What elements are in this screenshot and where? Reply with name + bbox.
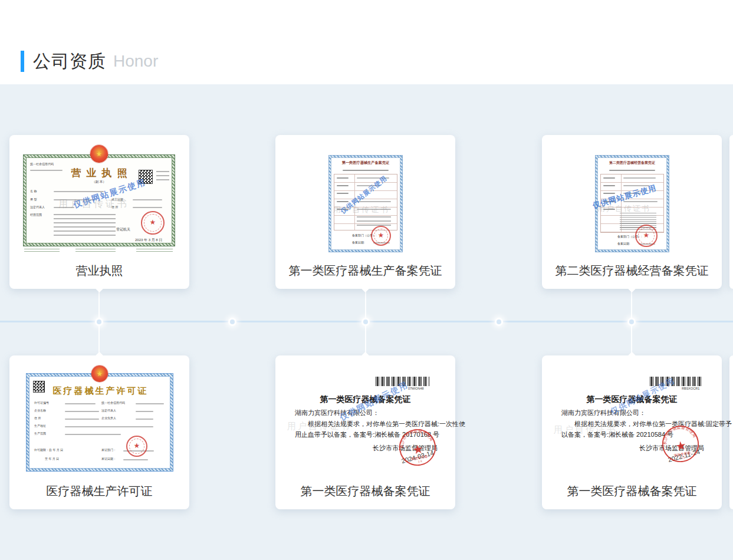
text-paragraph-placeholder (54, 214, 116, 238)
field-label: 许可证编号 (34, 401, 49, 404)
certificate-card-class1-filing-1[interactable]: 07MION48 第一类医疗器械备案凭证 湖南力宾医疗科技有限公司： 根据相关法… (275, 355, 455, 509)
field-label: 法定代表人 (30, 206, 45, 209)
official-seal (635, 225, 658, 247)
text-line-placeholder (623, 201, 658, 202)
timeline-node (495, 318, 503, 326)
upload-watermark: 用户自传证书 (58, 199, 129, 209)
filing-certificate-image: 第二类医疗器械经营备案凭证 仅供网站展示使用 用户自传证书 备案部门（公章）: … (595, 155, 669, 252)
field-label: 生产范围 (34, 432, 46, 435)
page-subtitle: Honor (113, 52, 158, 71)
filing-notice-image: RBSXOCR1 第一类医疗器械备案凭证 湖南力宾医疗科技有限公司： 根据相关法… (551, 372, 713, 478)
text-line-placeholder (603, 177, 615, 179)
official-seal (371, 226, 391, 246)
field-label: 生产地址 (34, 424, 46, 427)
text-line-placeholder (133, 207, 162, 208)
footnote-placeholder (24, 249, 60, 253)
filing-date-label: 备案日期: (352, 241, 364, 244)
card-caption: 营业执照 (9, 263, 189, 279)
footnote-placeholder (136, 249, 173, 253)
text-line-placeholder (337, 201, 349, 202)
timeline-node (361, 318, 370, 326)
field-label: 住 所 (34, 417, 41, 420)
text-line-placeholder (136, 419, 153, 420)
company-name: 湖南力宾医疗科技有限公司： (561, 409, 646, 417)
upload-watermark: 用户自传证书 (597, 205, 650, 212)
barcode-text: RBSXOCR1 (682, 387, 699, 391)
term-label: 许可期限：自 年 月 日 (34, 449, 63, 452)
certificate-card-class1-filing-2[interactable]: RBSXOCR1 第一类医疗器械备案凭证 湖南力宾医疗科技有限公司： 根据相关法… (542, 355, 722, 509)
qr-code (33, 381, 45, 393)
filing-date-label: 备案日期: (617, 242, 630, 245)
certificate-card-class2-operation-filing[interactable]: 第二类医疗器械经营备案凭证 仅供网站展示使用 用户自传证书 备案部门（公章）: … (542, 135, 722, 289)
timeline-node (627, 318, 636, 326)
upload-watermark: 用户自传证书 (554, 425, 617, 434)
field-label: 经营范围 (30, 213, 42, 216)
next-card-peek[interactable] (729, 135, 733, 289)
svg-text:1-3: 1-3 (418, 460, 423, 463)
card-caption: 医疗器械生产许可证 (9, 483, 189, 499)
text-line-placeholder (30, 170, 63, 171)
text-paragraph-placeholder (357, 216, 391, 227)
card-caption: 第一类医疗器械生产备案凭证 (275, 263, 455, 279)
company-honor-page: 公司资质 Honor ★ 统一社会信用代码 营业执照 （副 本） 名 称 类 型… (0, 0, 733, 560)
card-caption: 第一类医疗器械备案凭证 (542, 483, 722, 499)
card-caption: 第二类医疗器械经营备案凭证 (542, 263, 722, 279)
section-header: 公司资质 Honor (21, 50, 158, 73)
text-line-placeholder (65, 411, 99, 412)
text-line-placeholder (65, 419, 99, 420)
field-label: 统一社会信用代码 (101, 401, 125, 404)
text-line-placeholder (603, 185, 615, 186)
svg-text:1-3: 1-3 (681, 456, 686, 460)
credit-code-label: 统一社会信用代码 (30, 163, 54, 166)
term-label: 至 年 月 日 (45, 457, 59, 460)
barcode-text: 07MION48 (408, 387, 424, 391)
certificate-card-production-license[interactable]: ★ 医疗器械生产许可证 许可证编号 统一社会信用代码 企业名称 法定代表人 住 … (9, 355, 189, 509)
certificate-card-business-license[interactable]: ★ 统一社会信用代码 营业执照 （副 本） 名 称 类 型 法定代表人 经营范围… (9, 135, 189, 289)
text-line-placeholder (357, 201, 391, 202)
field-label: 企业负责人 (101, 417, 116, 420)
official-seal: 长沙市市场监督管理局 审批专用章 1-3 (396, 426, 439, 469)
text-line-placeholder (136, 411, 153, 412)
field-label: 类 型 (30, 198, 37, 201)
timeline-node (228, 318, 236, 326)
production-license-image: ★ 医疗器械生产许可证 许可证编号 统一社会信用代码 企业名称 法定代表人 住 … (26, 373, 173, 472)
certificate-card-class1-production-filing[interactable]: 第一类医疗器械生产备案凭证 仅供网站展示使用 用户自传证书 备案部门（公章）: … (275, 135, 455, 289)
text-line-placeholder (65, 426, 153, 427)
license-title: 营业执照 (66, 166, 133, 180)
issue-date: 2023 年 3 月 8 日 (135, 238, 162, 242)
license-subtitle: （副 本） (92, 180, 106, 184)
business-license-image: ★ 统一社会信用代码 营业执照 （副 本） 名 称 类 型 法定代表人 经营范围… (23, 154, 175, 246)
text-line-placeholder (337, 193, 349, 194)
text-line-placeholder (623, 177, 656, 179)
official-seal: 长沙市市场监督管理局 审批专用章 1-3 (659, 422, 702, 466)
issuer-label: 发证部门： (101, 449, 116, 452)
registrar-label: 登记机关 (116, 228, 130, 231)
text-line-placeholder (65, 403, 96, 404)
national-emblem-icon: ★ (91, 365, 108, 382)
field-label: 名 称 (30, 190, 37, 193)
text-line-placeholder (337, 185, 349, 186)
text-line-placeholder (603, 193, 615, 194)
certificate-title: 第一类医疗器械生产备案凭证 (342, 161, 390, 164)
upload-watermark: 用户自传证书 (333, 206, 390, 213)
text-line-placeholder (136, 403, 164, 404)
official-seal (141, 211, 165, 235)
issue-date-label: 发证日期： (101, 457, 116, 460)
text-line-placeholder (337, 177, 349, 179)
text-line-placeholder (343, 170, 389, 171)
page-title: 公司资质 (33, 50, 106, 74)
filing-notice-image: 07MION48 第一类医疗器械备案凭证 湖南力宾医疗科技有限公司： 根据相关法… (284, 372, 446, 478)
next-card-peek[interactable] (729, 355, 733, 509)
text-line-placeholder (65, 434, 121, 435)
card-caption: 第一类医疗器械备案凭证 (275, 483, 455, 499)
emblem-star-icon: ★ (97, 371, 103, 377)
timeline-node (95, 318, 103, 326)
certificate-title: 第二类医疗器械经营备案凭证 (609, 161, 655, 164)
filing-certificate-image: 第一类医疗器械生产备案凭证 仅供网站展示使用 用户自传证书 备案部门（公章）: … (328, 155, 403, 252)
footnote-placeholder (75, 249, 116, 253)
accent-bar (21, 51, 24, 72)
emblem-star-icon: ★ (96, 151, 102, 157)
field-label: 法定代表人 (101, 409, 116, 412)
text-line-placeholder (609, 170, 655, 171)
license-title: 医疗器械生产许可证 (51, 386, 149, 397)
